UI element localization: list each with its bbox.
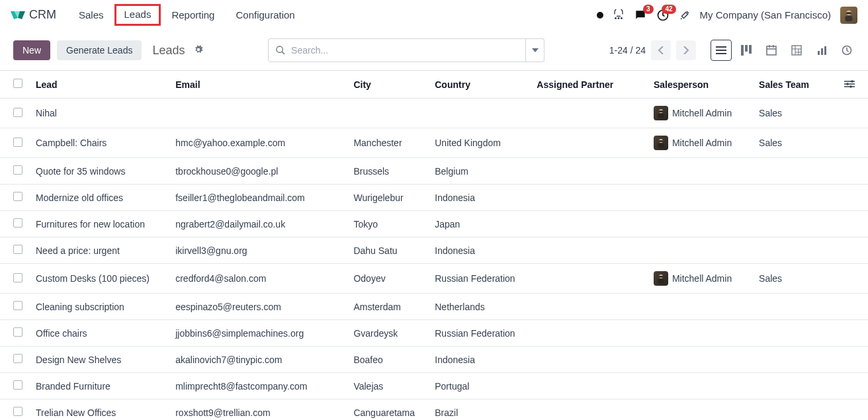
cell-country: Russian Federation: [428, 264, 530, 294]
app-logo[interactable]: CRM: [11, 8, 56, 22]
pager-next[interactable]: [676, 40, 696, 60]
header-email[interactable]: Email: [169, 71, 347, 99]
company-selector[interactable]: My Company (San Francisco): [700, 9, 831, 21]
cell-partner: [530, 211, 647, 237]
cell-lead: Modernize old offices: [29, 185, 169, 211]
cell-lead: Custom Desks (100 pieces): [29, 264, 169, 294]
select-all-checkbox[interactable]: [13, 79, 22, 88]
cell-country: Netherlands: [428, 294, 530, 320]
cell-partner: [530, 158, 647, 185]
cell-team: Sales: [752, 264, 838, 294]
table-row[interactable]: Furnitures for new locationngrabert2@dai…: [0, 211, 868, 237]
svg-rect-15: [741, 45, 744, 56]
cell-salesperson: Mitchell Admin: [647, 99, 752, 128]
tray-icon[interactable]: [613, 9, 625, 21]
svg-point-5: [621, 17, 622, 19]
cell-lead: Branded Furniture: [29, 373, 169, 399]
table-row[interactable]: Modernize old officesfseiller1@theglobea…: [0, 185, 868, 211]
cell-city: Odoyev: [347, 264, 428, 294]
generate-leads-button[interactable]: Generate Leads: [57, 40, 142, 60]
row-checkbox[interactable]: [13, 407, 22, 416]
cell-team: Sales: [752, 128, 838, 158]
table-row[interactable]: Quote for 35 windowstbrockhouse0@google.…: [0, 158, 868, 185]
row-checkbox[interactable]: [13, 354, 22, 363]
topbar: CRM Sales Leads Reporting Configuration …: [0, 0, 868, 30]
view-list[interactable]: [711, 40, 732, 61]
svg-rect-14: [716, 53, 726, 54]
cell-team: [752, 185, 838, 211]
svg-rect-45: [659, 276, 663, 277]
messages-badge: 3: [643, 5, 654, 14]
cell-team: [752, 237, 838, 264]
view-pivot[interactable]: [786, 40, 807, 61]
messages-icon[interactable]: 3: [634, 9, 647, 22]
cell-city: Canguaretama: [347, 399, 428, 421]
cell-city: Manchester: [347, 128, 428, 158]
table-row[interactable]: Need a price: urgentikirvell3@gnu.orgDah…: [0, 237, 868, 264]
cell-partner: [530, 185, 647, 211]
row-checkbox[interactable]: [13, 192, 22, 201]
table-row[interactable]: Custom Desks (100 pieces)credford4@salon…: [0, 264, 868, 294]
cell-salesperson: [647, 185, 752, 211]
header-salesperson[interactable]: Salesperson: [647, 71, 752, 99]
table-row[interactable]: NihalMitchell AdminSales: [0, 99, 868, 128]
svg-point-3: [615, 17, 616, 19]
row-checkbox[interactable]: [13, 301, 22, 310]
view-graph[interactable]: [811, 40, 832, 61]
row-checkbox[interactable]: [13, 245, 22, 254]
row-checkbox[interactable]: [13, 380, 22, 390]
svg-line-11: [282, 52, 284, 54]
salesperson-name: Mitchell Admin: [672, 273, 732, 284]
column-options-icon[interactable]: [844, 79, 855, 90]
control-bar: New Generate Leads Leads 1-24 / 24: [0, 30, 868, 70]
row-checkbox[interactable]: [13, 165, 22, 175]
cell-salesperson: [647, 320, 752, 347]
nav-configuration[interactable]: Configuration: [225, 4, 305, 26]
header-partner[interactable]: Assigned Partner: [530, 71, 647, 99]
nav-menu: Sales Leads Reporting Configuration: [68, 4, 306, 26]
row-checkbox[interactable]: [13, 273, 22, 282]
row-checkbox[interactable]: [13, 327, 22, 337]
row-checkbox[interactable]: [13, 218, 22, 228]
gear-icon[interactable]: [194, 45, 203, 56]
search-box[interactable]: [268, 38, 526, 62]
view-kanban[interactable]: [736, 40, 757, 61]
svg-point-35: [846, 83, 849, 85]
search-dropdown[interactable]: [526, 38, 544, 62]
pager-text: 1-24 / 24: [609, 45, 646, 56]
view-calendar[interactable]: [761, 40, 782, 61]
cell-city: Boafeo: [347, 347, 428, 373]
new-button[interactable]: New: [13, 40, 50, 60]
cell-country: Indonesia: [428, 347, 530, 373]
header-country[interactable]: Country: [428, 71, 530, 99]
search-input[interactable]: [291, 45, 519, 56]
cell-city: Valejas: [347, 373, 428, 399]
cell-country: Portugal: [428, 373, 530, 399]
cell-country: Russian Federation: [428, 320, 530, 347]
table-row[interactable]: Cleaning subscriptioneespinazo5@reuters.…: [0, 294, 868, 320]
salesperson-avatar: [654, 136, 668, 150]
presence-icon[interactable]: [597, 12, 603, 19]
header-lead[interactable]: Lead: [29, 71, 169, 99]
table-row[interactable]: Trelian New Officesroxshott9@trellian.co…: [0, 399, 868, 421]
activities-icon[interactable]: 42: [656, 9, 670, 22]
nav-reporting[interactable]: Reporting: [161, 4, 225, 26]
cell-team: [752, 294, 838, 320]
pager-prev[interactable]: [651, 40, 671, 60]
row-checkbox[interactable]: [13, 138, 22, 147]
cell-partner: [530, 373, 647, 399]
view-activity[interactable]: [836, 40, 857, 61]
header-team[interactable]: Sales Team: [752, 71, 838, 99]
svg-rect-38: [658, 114, 664, 118]
nav-sales[interactable]: Sales: [68, 4, 114, 26]
table-row[interactable]: Branded Furnituremlimprecht8@fastcompany…: [0, 373, 868, 399]
row-checkbox[interactable]: [13, 108, 22, 117]
table-row[interactable]: Design New Shelvesakalinovich7@tinypic.c…: [0, 347, 868, 373]
cell-country: [428, 99, 530, 128]
user-avatar[interactable]: [840, 7, 857, 24]
table-row[interactable]: Campbell: Chairshmc@yahoo.example.comMan…: [0, 128, 868, 158]
nav-leads[interactable]: Leads: [114, 4, 161, 26]
tools-icon[interactable]: [679, 9, 691, 21]
header-city[interactable]: City: [347, 71, 428, 99]
table-row[interactable]: Office chairsjjobbins6@simplemachines.or…: [0, 320, 868, 347]
